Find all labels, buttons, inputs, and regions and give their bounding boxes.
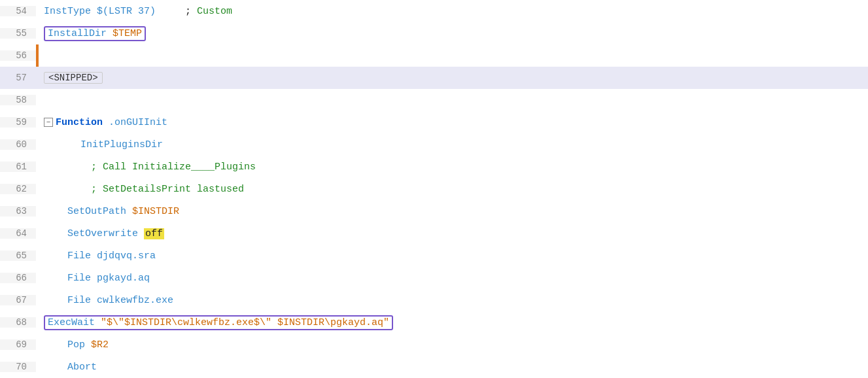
code-line-66: 66 File pgkayd.aq: [0, 267, 868, 289]
line-num-60: 60: [0, 139, 36, 150]
line-num-66: 66: [0, 273, 36, 283]
code-line-55: 55 InstallDir $TEMP: [0, 22, 868, 44]
snipped-label: <SNIPPED>: [44, 72, 103, 84]
setoverwrite-kw: SetOverwrite: [44, 228, 144, 239]
code-line-59: 59 − Function .onGUIInit: [0, 111, 868, 133]
code-line-63: 63 SetOutPath $INSTDIR: [0, 200, 868, 222]
function-space: [103, 117, 109, 128]
file66-kw: File pgkayd.aq: [44, 273, 150, 284]
file67-kw: File cwlkewfbz.exe: [44, 295, 173, 306]
code-line-62: 62 ; SetDetailsPrint lastused: [0, 178, 868, 200]
call-comment: ; Call Initialize____Plugins: [44, 162, 256, 173]
initplugins-kw: InitPluginsDir: [57, 139, 163, 150]
line-content-63: SetOutPath $INSTDIR: [36, 206, 868, 217]
line-num-63: 63: [0, 206, 36, 216]
line-content-54: InstType $(LSTR 37) ; Custom: [36, 6, 868, 17]
temp-var: $TEMP: [113, 28, 142, 39]
code-line-57: 57 <SNIPPED>: [0, 67, 868, 89]
line-num-67: 67: [0, 295, 36, 305]
code-line-69: 69 Pop $R2: [0, 334, 868, 356]
setoutpath-kw: SetOutPath: [44, 206, 132, 217]
function-kw: Function: [56, 117, 103, 128]
code-line-70: 70 Abort: [0, 356, 868, 378]
line-content-60: InitPluginsDir: [36, 139, 868, 150]
line-num-62: 62: [0, 184, 36, 194]
setdetails-comment: ; SetDetailsPrint lastused: [44, 184, 244, 195]
line-num-54: 54: [0, 6, 36, 16]
r2-var: $R2: [91, 339, 109, 351]
pop69-kw: Pop: [44, 339, 91, 351]
installdir-kw: InstallDir: [48, 28, 113, 39]
line-content-57: <SNIPPED>: [36, 72, 868, 84]
execwait-path: \pgkayd.aq": [324, 317, 389, 328]
line-num-68: 68: [0, 317, 36, 328]
line-content-68: ExecWait "$\"$INSTDIR\cwlkewfbz.exe$\" $…: [36, 315, 868, 330]
custom-comment: Custom: [197, 6, 232, 17]
execwait-kw: ExecWait: [48, 317, 101, 328]
line-content-55: InstallDir $TEMP: [36, 26, 868, 41]
line-content-70: Abort: [36, 362, 868, 373]
line-content-64: SetOverwrite off: [36, 228, 868, 239]
code-line-54: 54 InstType $(LSTR 37) ; Custom: [0, 0, 868, 22]
line-content-69: Pop $R2: [36, 339, 868, 351]
code-line-61: 61 ; Call Initialize____Plugins: [0, 156, 868, 178]
execwait-box: ExecWait "$\"$INSTDIR\cwlkewfbz.exe$\" $…: [44, 315, 393, 330]
code-line-68: 68 ExecWait "$\"$INSTDIR\cwlkewfbz.exe$\…: [0, 311, 868, 334]
execwait-str: "$\"$INSTDIR\cwlkewfbz.exe$\": [101, 317, 277, 328]
line-num-61: 61: [0, 162, 36, 172]
line-content-61: ; Call Initialize____Plugins: [36, 162, 868, 173]
line-content-67: File cwlkewfbz.exe: [36, 295, 868, 306]
semicolon-sep: ;: [156, 6, 197, 17]
line-content-66: File pgkayd.aq: [36, 273, 868, 284]
collapse-icon[interactable]: −: [44, 118, 53, 127]
code-line-58: 58: [0, 89, 868, 111]
off-highlight: off: [144, 228, 164, 239]
code-line-65: 65 File djdqvq.sra: [0, 245, 868, 267]
line-content-65: File djdqvq.sra: [36, 250, 868, 262]
code-line-64: 64 SetOverwrite off: [0, 222, 868, 245]
line-num-59: 59: [0, 117, 36, 128]
code-line-67: 67 File cwlkewfbz.exe: [0, 289, 868, 311]
file65-kw: File djdqvq.sra: [44, 250, 156, 262]
ongui-name: .onGUIInit: [109, 117, 167, 128]
line-num-65: 65: [0, 250, 36, 261]
orange-bar: [36, 44, 39, 67]
line-num-57: 57: [0, 73, 36, 83]
inst-type-kw: InstType $(LSTR 37): [44, 6, 156, 17]
code-editor: 54 InstType $(LSTR 37) ; Custom 55 Insta…: [0, 0, 868, 378]
code-line-56: 56: [0, 44, 868, 67]
line-content-62: ; SetDetailsPrint lastused: [36, 184, 868, 195]
line-num-55: 55: [0, 28, 36, 39]
abort-kw: Abort: [44, 362, 97, 373]
installdir-box: InstallDir $TEMP: [44, 26, 146, 41]
line-num-56: 56: [0, 50, 36, 61]
execwait-instdir: $INSTDIR: [277, 317, 324, 328]
line-num-58: 58: [0, 95, 36, 105]
line-content-59: − Function .onGUIInit: [36, 117, 868, 128]
line-num-70: 70: [0, 362, 36, 372]
line-num-69: 69: [0, 339, 36, 350]
code-line-60: 60 InitPluginsDir: [0, 133, 868, 156]
instdir-var: $INSTDIR: [132, 206, 179, 217]
line-num-64: 64: [0, 228, 36, 239]
